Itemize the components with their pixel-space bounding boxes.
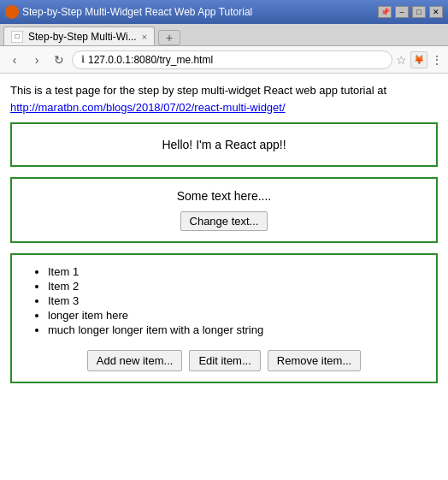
tab-favicon: □	[11, 31, 23, 43]
change-text-button[interactable]: Change text...	[180, 211, 268, 231]
forward-button[interactable]: ›	[27, 50, 46, 69]
tab-close-button[interactable]: ×	[142, 32, 147, 42]
address-bar[interactable]: ℹ 127.0.0.1:8080/try_me.html	[72, 50, 392, 69]
list-item: Item 3	[48, 294, 426, 307]
maximize-button[interactable]: □	[412, 6, 426, 18]
extension-button[interactable]: 🦊	[410, 51, 427, 68]
widget-list: Item 1Item 2Item 3longer item heremuch l…	[10, 253, 438, 383]
list-buttons: Add new item... Edit item... Remove item…	[22, 350, 426, 371]
item-list: Item 1Item 2Item 3longer item heremuch l…	[22, 265, 426, 336]
intro-text: This is a test page for the step by step…	[10, 84, 386, 97]
some-text: Some text here....	[177, 189, 272, 203]
widget-text: Some text here.... Change text...	[10, 177, 438, 243]
minimize-button[interactable]: –	[395, 6, 409, 18]
extensions-area: 🦊	[410, 51, 427, 68]
list-item: Item 2	[48, 280, 426, 293]
title-bar-controls: 📌 – □ ✕	[378, 6, 443, 18]
title-bar-text: Step-by-Step Multi-Widget React Web App …	[22, 6, 374, 18]
browser-icon	[5, 5, 19, 19]
tab-label: Step-by-Step Multi-Wi...	[28, 31, 137, 43]
new-tab-button[interactable]: +	[158, 30, 180, 45]
page-link[interactable]: http://maratbn.com/blogs/2018/07/02/reac…	[10, 101, 286, 114]
close-button[interactable]: ✕	[429, 6, 443, 18]
title-bar: Step-by-Step Multi-Widget React Web App …	[0, 0, 448, 24]
list-item: much longer longer item with a longer st…	[48, 323, 426, 336]
widget-hello: Hello! I'm a React app!!	[10, 122, 438, 167]
pin-button[interactable]: 📌	[378, 6, 392, 18]
page-content: This is a test page for the step by step…	[0, 74, 448, 480]
browser-menu-button[interactable]: ⋮	[431, 53, 443, 67]
edit-item-button[interactable]: Edit item...	[189, 350, 260, 371]
nav-bar: ‹ › ↻ ℹ 127.0.0.1:8080/try_me.html ☆ 🦊 ⋮	[0, 46, 448, 74]
add-new-item-button[interactable]: Add new item...	[87, 350, 183, 371]
address-text: 127.0.0.1:8080/try_me.html	[88, 54, 383, 66]
remove-item-button[interactable]: Remove item...	[268, 350, 361, 371]
bookmark-star-icon[interactable]: ☆	[396, 53, 407, 67]
tab-bar: □ Step-by-Step Multi-Wi... × +	[0, 24, 448, 46]
reload-button[interactable]: ↻	[50, 50, 68, 69]
active-tab[interactable]: □ Step-by-Step Multi-Wi... ×	[3, 27, 155, 45]
hello-text: Hello! I'm a React app!!	[162, 138, 286, 151]
back-button[interactable]: ‹	[5, 50, 24, 69]
address-info-icon: ℹ	[81, 54, 85, 65]
list-item: longer item here	[48, 309, 426, 322]
list-item: Item 1	[48, 265, 426, 278]
page-intro: This is a test page for the step by step…	[10, 82, 438, 116]
